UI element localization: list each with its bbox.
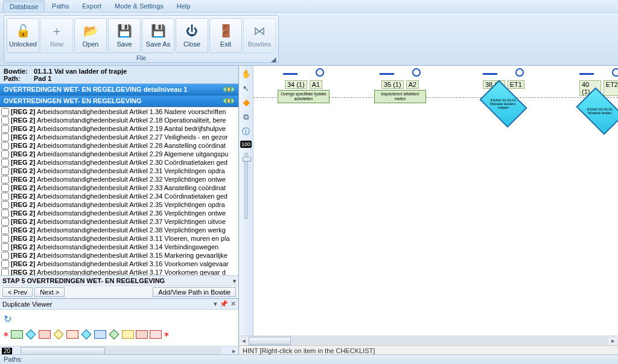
reg-text: Arbeidsomstandighedenbesluit Artikel 2.3… [37,184,225,192]
menu-export[interactable]: Export [76,1,107,11]
refresh-icon[interactable]: ↻ [2,312,13,326]
hand-tool-icon[interactable]: ✋ [241,68,252,79]
prev-button[interactable]: < Prev [2,287,33,297]
dup-dropdown-icon[interactable]: ▾ [214,300,217,308]
scroll-left-icon[interactable]: ◂ [239,337,249,345]
regulation-checkbox[interactable] [1,226,9,234]
duplicate-viewer-body[interactable]: ↻ ✶ ✶ [0,310,238,346]
save-icon: 💾 [117,24,132,38]
duplicate-viewer: Duplicate Viewer ▾ 📌 ✕ ↻ ✶ [0,298,238,356]
unlocked-label: Unlocked [9,40,37,48]
regulation-checkbox[interactable] [1,184,9,192]
regulation-item[interactable]: [REG 2]Arbeidsomstandighedenbesluit Arti… [0,251,238,260]
regulation-item[interactable]: [REG 2]Arbeidsomstandighedenbesluit Arti… [0,268,238,275]
regulation-checkbox[interactable] [1,252,9,260]
regulation-checkbox[interactable] [1,159,9,167]
regulation-item[interactable]: [REG 2]Arbeidsomstandighedenbesluit Arti… [0,124,238,133]
regulation-checkbox[interactable] [1,260,9,268]
reg-text: Arbeidsomstandighedenbesluit Artikel 3.1… [37,251,228,260]
regulation-item[interactable]: [REG 2]Arbeidsomstandighedenbesluit Arti… [0,192,238,200]
diagram-node[interactable]: 40 (1)ET2ESAW 02.03.01 Mobiele ladder [579,68,618,125]
scroll-right-icon[interactable]: ▸ [608,337,618,345]
regulation-item[interactable]: [REG 2]Arbeidsomstandighedenbesluit Arti… [0,226,238,234]
diagram-node[interactable]: 34 (1)A1Overige specifieke fysieke activ… [278,68,330,103]
regulation-checkbox[interactable] [1,117,9,124]
menu-help[interactable]: Help [171,1,197,11]
regulation-checkbox[interactable] [1,150,9,158]
menu-mode-settings[interactable]: Mode & Settings [109,1,170,11]
regulation-checkbox[interactable] [1,193,9,200]
hscroll-thumb[interactable] [249,337,291,345]
regulation-item[interactable]: [REG 2]Arbeidsomstandighedenbesluit Arti… [0,133,238,141]
mini-node [94,330,106,339]
next-button[interactable]: Next > [34,287,65,297]
node-tag1: 34 (1) [285,80,307,89]
save-button[interactable]: 💾Save [108,18,141,53]
copy-tool-icon[interactable]: ⧉ [241,112,252,123]
svg-rect-5 [228,99,230,103]
color-tool-icon[interactable]: 🔶 [241,97,252,108]
diagram-canvas[interactable]: 34 (1)A1Overige specifieke fysieke activ… [253,66,618,336]
diagram-node[interactable]: 35 (1)A2Inspecteren/ afstellen/ meten [374,68,426,103]
panel-header-main[interactable]: OVERTREDINGEN WET- EN REGELGEVING [0,95,238,107]
regulation-item[interactable]: [REG 2]Arbeidsomstandighedenbesluit Arti… [0,184,238,192]
regulation-item[interactable]: [REG 2]Arbeidsomstandighedenbesluit Arti… [0,150,238,158]
dup-close-icon[interactable]: ✕ [231,300,236,308]
reg-text: Arbeidsomstandighedenbesluit Artikel 2.1… [37,116,226,124]
regulation-checkbox[interactable] [1,176,9,184]
panel-header-detail[interactable]: OVERTREDINGEN WET- EN REGELGEVING detail… [0,84,238,95]
open-button[interactable]: 📂Open [74,18,107,53]
regulation-item[interactable]: [REG 2]Arbeidsomstandighedenbesluit Arti… [0,107,238,116]
diagram-node[interactable]: 38 (1)ET1ESAW 02.03.01 Mobiele ladders, … [483,68,524,118]
regulation-item[interactable]: [REG 2]Arbeidsomstandighedenbesluit Arti… [0,243,238,251]
node-tag2: A2 [406,80,419,89]
regulation-item[interactable]: [REG 2]Arbeidsomstandighedenbesluit Arti… [0,116,238,124]
zoom-slider[interactable] [244,153,248,219]
regulation-item[interactable]: [REG 2]Arbeidsomstandighedenbesluit Arti… [0,141,238,150]
regulation-checkbox[interactable] [1,209,9,217]
regulation-checkbox[interactable] [1,218,9,226]
ribbon-group-file: 🔓Unlocked＋New📂Open💾Save💾Save As⏻Close🚪Ex… [4,15,279,63]
bowtie-icon [223,97,235,104]
close-button[interactable]: ⏻Close [176,18,208,53]
saveas-button[interactable]: 💾Save As [142,18,174,53]
regulation-item[interactable]: [REG 2]Arbeidsomstandighedenbesluit Arti… [0,217,238,226]
node-box: Overige specifieke fysieke activiteiten [278,90,330,103]
mini-node [81,330,92,340]
regulation-checkbox[interactable] [1,108,9,116]
pointer-tool-icon[interactable]: ↖ [241,83,252,94]
regulation-checkbox[interactable] [1,235,9,243]
regulation-checkbox[interactable] [1,201,9,209]
regulation-checkbox[interactable] [1,133,9,141]
step-dropdown-icon[interactable]: ▾ [233,278,236,284]
regulation-checkbox[interactable] [1,142,9,150]
exit-button[interactable]: 🚪Exit [209,18,242,53]
unlocked-button[interactable]: 🔓Unlocked [7,18,39,53]
menu-paths[interactable]: Paths [46,1,75,11]
add-view-path-button[interactable]: Add/View Path in Bowtie [153,287,236,297]
dup-pin-icon[interactable]: 📌 [220,300,228,308]
regulation-item[interactable]: [REG 2]Arbeidsomstandighedenbesluit Arti… [0,200,238,209]
regulation-item[interactable]: [REG 2]Arbeidsomstandighedenbesluit Arti… [0,209,238,217]
regulation-checkbox[interactable] [1,125,9,133]
info-tool-icon[interactable]: ⓘ [241,126,252,137]
regulation-item[interactable]: [REG 2]Arbeidsomstandighedenbesluit Arti… [0,260,238,268]
regulation-checkbox[interactable] [1,269,9,276]
regulation-checkbox[interactable] [1,167,9,175]
regulation-item[interactable]: [REG 2]Arbeidsomstandighedenbesluit Arti… [0,234,238,243]
regulation-item[interactable]: [REG 2]Arbeidsomstandighedenbesluit Arti… [0,167,238,175]
zoom-slider-thumb[interactable] [243,157,251,162]
node-tag2: ET2 [604,80,618,96]
reg-prefix: [REG 2] [11,226,35,234]
diagram-hscroll[interactable]: ◂ ▸ [239,336,618,345]
regulation-item[interactable]: [REG 2]Arbeidsomstandighedenbesluit Arti… [0,175,238,184]
regulation-checkbox[interactable] [1,243,9,251]
ribbon-expand-icon[interactable]: ◢ [271,56,277,62]
mini-node [54,330,64,340]
exit-icon: 🚪 [218,24,233,38]
node-ring-icon [612,68,618,77]
menu-database[interactable]: Database [3,1,45,12]
regulation-list[interactable]: [REG 2]Arbeidsomstandighedenbesluit Arti… [0,107,238,275]
unlocked-icon: 🔓 [16,24,30,38]
regulation-item[interactable]: [REG 2]Arbeidsomstandighedenbesluit Arti… [0,158,238,167]
